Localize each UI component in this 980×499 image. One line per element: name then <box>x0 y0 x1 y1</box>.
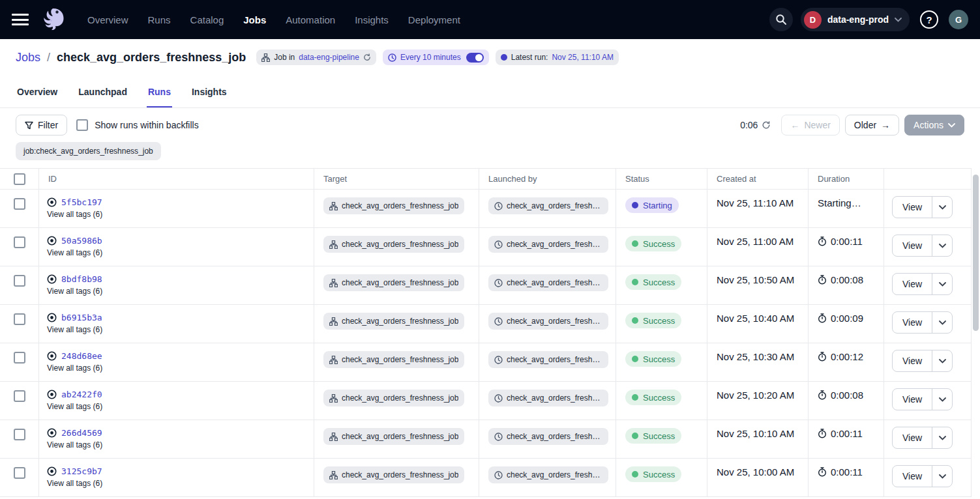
view-button[interactable]: View <box>893 235 932 256</box>
view-dropdown-button[interactable] <box>932 235 952 256</box>
launched-by-pill[interactable]: check_avg_orders_freshn… <box>488 390 608 406</box>
target-pill[interactable]: check_avg_orders_freshness_job <box>323 313 464 330</box>
nav-item-catalog[interactable]: Catalog <box>190 14 224 25</box>
launched-by-pill[interactable]: check_avg_orders_freshn… <box>488 197 608 214</box>
view-all-tags-link[interactable]: View all tags (6) <box>47 402 102 411</box>
target-pill[interactable]: check_avg_orders_freshness_job <box>323 428 464 445</box>
row-checkbox[interactable] <box>14 429 25 440</box>
launched-by-cell: check_avg_orders_freshn… <box>479 459 616 496</box>
launched-by-pill[interactable]: check_avg_orders_freshn… <box>488 466 608 483</box>
view-all-tags-link[interactable]: View all tags (6) <box>47 287 102 296</box>
row-checkbox[interactable] <box>14 313 25 325</box>
launched-by-cell: check_avg_orders_freshn… <box>479 305 616 343</box>
launched-by-pill[interactable]: check_avg_orders_freshn… <box>488 313 608 330</box>
older-button[interactable]: Older → <box>845 115 899 135</box>
view-dropdown-button[interactable] <box>932 466 952 487</box>
row-checkbox[interactable] <box>14 198 25 210</box>
row-checkbox[interactable] <box>14 467 25 479</box>
chevron-down-icon <box>939 359 946 364</box>
runs-table-body: 5f5bc197 View all tags (6) check_avg_ord… <box>0 190 971 497</box>
filter-icon <box>25 121 33 130</box>
launched-by-pill[interactable]: check_avg_orders_freshn… <box>488 236 608 253</box>
run-id-link[interactable]: b6915b3a <box>61 313 102 322</box>
nav-item-overview[interactable]: Overview <box>87 14 128 25</box>
tab-overview[interactable]: Overview <box>16 87 59 107</box>
job-filter-chip[interactable]: job:check_avg_orders_freshness_job <box>16 142 161 160</box>
view-all-tags-link[interactable]: View all tags (6) <box>47 325 102 334</box>
table-row: 5f5bc197 View all tags (6) check_avg_ord… <box>0 190 971 228</box>
duration-cell: 0:00:11 <box>809 228 884 266</box>
latest-run-time-link[interactable]: Nov 25, 11:10 AM <box>552 53 614 62</box>
view-dropdown-button[interactable] <box>932 389 952 410</box>
workspace-switcher[interactable]: D data-eng-prod <box>801 8 910 31</box>
tab-insights[interactable]: Insights <box>190 87 228 107</box>
run-id-link[interactable]: 3125c9b7 <box>61 466 102 476</box>
nav-item-deployment[interactable]: Deployment <box>408 14 460 25</box>
filter-button[interactable]: Filter <box>16 115 67 135</box>
launched-by-pill[interactable]: check_avg_orders_freshn… <box>488 428 608 445</box>
view-all-tags-link[interactable]: View all tags (6) <box>47 440 102 449</box>
menu-icon[interactable] <box>12 13 29 26</box>
dagster-logo-icon[interactable] <box>40 7 67 33</box>
view-all-tags-link[interactable]: View all tags (6) <box>47 364 102 373</box>
view-button[interactable]: View <box>893 427 932 448</box>
nav-item-automation[interactable]: Automation <box>286 14 335 25</box>
view-button[interactable]: View <box>893 312 932 333</box>
target-pill[interactable]: check_avg_orders_freshness_job <box>323 351 464 368</box>
nav-item-insights[interactable]: Insights <box>355 14 389 25</box>
view-dropdown-button[interactable] <box>932 350 952 371</box>
help-icon[interactable]: ? <box>920 10 938 29</box>
refresh-icon[interactable] <box>762 121 771 130</box>
schedule-toggle[interactable] <box>466 53 484 63</box>
launched-by-pill[interactable]: check_avg_orders_freshn… <box>488 274 608 291</box>
backfills-checkbox[interactable] <box>76 119 88 131</box>
target-pill[interactable]: check_avg_orders_freshness_job <box>323 466 464 483</box>
view-dropdown-button[interactable] <box>932 274 952 294</box>
run-id-link[interactable]: 8bdf8b98 <box>61 274 102 284</box>
view-button[interactable]: View <box>893 466 932 487</box>
search-icon[interactable] <box>769 8 793 31</box>
run-id-link[interactable]: 248d68ee <box>61 351 102 361</box>
select-all-checkbox[interactable] <box>14 173 25 185</box>
target-pill[interactable]: check_avg_orders_freshness_job <box>323 390 464 406</box>
target-pill[interactable]: check_avg_orders_freshness_job <box>323 197 464 214</box>
user-avatar[interactable]: G <box>949 10 968 29</box>
view-dropdown-button[interactable] <box>932 197 952 218</box>
view-dropdown-button[interactable] <box>932 427 952 448</box>
table-row: 8bdf8b98 View all tags (6) check_avg_ord… <box>0 266 971 305</box>
actions-button[interactable]: Actions <box>904 115 964 135</box>
run-id-link[interactable]: 50a5986b <box>61 236 102 246</box>
view-all-tags-link[interactable]: View all tags (6) <box>47 210 102 219</box>
run-id-cell: 3125c9b7 View all tags (6) <box>39 459 314 496</box>
tab-runs[interactable]: Runs <box>147 87 172 107</box>
view-button[interactable]: View <box>893 389 932 410</box>
nav-item-runs[interactable]: Runs <box>148 14 171 25</box>
row-checkbox[interactable] <box>14 352 25 364</box>
view-button[interactable]: View <box>893 350 932 371</box>
vertical-scrollbar[interactable] <box>973 175 979 331</box>
launched-by-pill[interactable]: check_avg_orders_freshn… <box>488 351 608 368</box>
status-cell: Success <box>616 266 707 304</box>
run-id-link[interactable]: 266d4569 <box>61 428 102 438</box>
run-status-icon <box>47 390 57 399</box>
target-pill[interactable]: check_avg_orders_freshness_job <box>323 274 464 291</box>
run-id-link[interactable]: 5f5bc197 <box>61 197 102 207</box>
row-checkbox[interactable] <box>14 236 25 248</box>
breadcrumb-jobs-link[interactable]: Jobs <box>16 51 40 64</box>
view-all-tags-link[interactable]: View all tags (6) <box>47 248 102 257</box>
run-id-link[interactable]: ab2422f0 <box>61 390 102 399</box>
row-checkbox[interactable] <box>14 275 25 287</box>
view-button[interactable]: View <box>893 197 932 218</box>
nav-item-jobs[interactable]: Jobs <box>243 14 266 25</box>
target-pill[interactable]: check_avg_orders_freshness_job <box>323 236 464 253</box>
target-cell: check_avg_orders_freshness_job <box>314 420 479 458</box>
newer-button[interactable]: ← Newer <box>781 115 839 135</box>
row-checkbox[interactable] <box>14 390 25 402</box>
view-dropdown-button[interactable] <box>932 312 952 333</box>
view-button[interactable]: View <box>893 274 932 294</box>
stopwatch-icon <box>818 352 827 362</box>
reload-icon[interactable] <box>363 53 371 61</box>
view-all-tags-link[interactable]: View all tags (6) <box>47 479 102 488</box>
job-repo-link[interactable]: data-eng-pipeline <box>299 53 359 62</box>
tab-launchpad[interactable]: Launchpad <box>77 87 128 107</box>
